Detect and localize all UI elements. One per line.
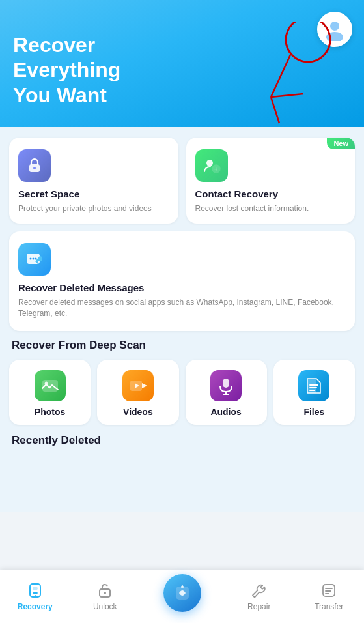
recovery-label: Recovery (18, 602, 53, 611)
nav-unlock[interactable]: Unlock (70, 581, 141, 611)
header: Recover Everything You Want (0, 0, 364, 127)
scan-videos[interactable]: Videos (97, 360, 178, 425)
avatar-container (317, 12, 352, 47)
svg-rect-33 (323, 585, 335, 596)
bottom-nav: Recovery Unlock Re (0, 570, 364, 623)
header-title: Recover Everything You Want (13, 33, 208, 108)
files-label: Files (303, 407, 324, 417)
audios-icon (210, 370, 242, 401)
svg-line-1 (271, 55, 290, 97)
unlock-label: Unlock (93, 602, 117, 611)
new-badge: New (327, 138, 355, 149)
videos-icon (122, 370, 154, 401)
svg-point-7 (33, 167, 36, 169)
recover-messages-card[interactable]: Recover Deleted Messages Recover deleted… (9, 231, 355, 331)
svg-point-28 (35, 595, 36, 596)
svg-point-16 (44, 381, 48, 384)
secret-space-card[interactable]: Secret Space Protect your private photos… (9, 138, 178, 224)
contact-recovery-desc: Recover lost contact information. (195, 203, 346, 214)
top-cards-row: Secret Space Protect your private photos… (9, 138, 355, 224)
secret-space-desc: Protect your private photos and videos (18, 203, 169, 214)
svg-rect-20 (223, 379, 229, 388)
svg-line-3 (271, 97, 279, 123)
user-icon (323, 18, 346, 41)
contact-recovery-icon: + (195, 149, 228, 182)
scan-files[interactable]: Files (273, 360, 355, 425)
transfer-icon (320, 581, 338, 600)
transfer-label: Transfer (315, 602, 343, 611)
repair-label: Repair (247, 602, 270, 611)
secret-space-title: Secret Space (18, 188, 169, 199)
recover-messages-desc: Recover deleted messages on social apps … (18, 297, 346, 319)
photos-icon (35, 370, 66, 401)
videos-label: Videos (123, 407, 153, 417)
deep-scan-title: Recover From Deep Scan (12, 339, 355, 352)
svg-marker-18 (142, 383, 147, 388)
avatar[interactable] (317, 12, 352, 47)
svg-point-30 (104, 592, 106, 594)
recovery-icon (26, 581, 44, 600)
nav-repair[interactable]: Repair (224, 581, 294, 611)
center-action-button[interactable] (163, 574, 201, 612)
svg-point-5 (326, 32, 343, 41)
main-content: Secret Space Protect your private photos… (0, 127, 364, 512)
recover-messages-title: Recover Deleted Messages (18, 282, 346, 293)
audios-label: Audios (210, 407, 241, 417)
svg-point-8 (206, 160, 213, 166)
svg-line-2 (271, 94, 303, 97)
svg-text:+: + (214, 166, 217, 173)
recover-messages-icon (18, 243, 51, 276)
scan-photos[interactable]: Photos (9, 360, 91, 425)
nav-center[interactable] (140, 574, 224, 618)
svg-point-12 (30, 257, 32, 259)
contact-recovery-title: Contact Recovery (195, 188, 346, 199)
contact-recovery-card[interactable]: New + Contact Recovery Recover lost cont… (186, 138, 356, 224)
recently-deleted-title: Recently Deleted (12, 434, 355, 447)
deep-scan-grid: Photos Videos A (9, 360, 355, 425)
files-icon (298, 370, 329, 401)
nav-transfer[interactable]: Transfer (294, 581, 365, 611)
nav-recovery[interactable]: Recovery (0, 581, 70, 611)
scan-audios[interactable]: Audios (186, 360, 267, 425)
svg-point-4 (330, 22, 339, 31)
photos-label: Photos (35, 407, 65, 417)
secret-space-icon (18, 149, 51, 182)
svg-point-14 (35, 257, 37, 259)
svg-point-13 (33, 257, 35, 259)
repair-icon (250, 581, 268, 600)
unlock-icon (96, 581, 114, 600)
